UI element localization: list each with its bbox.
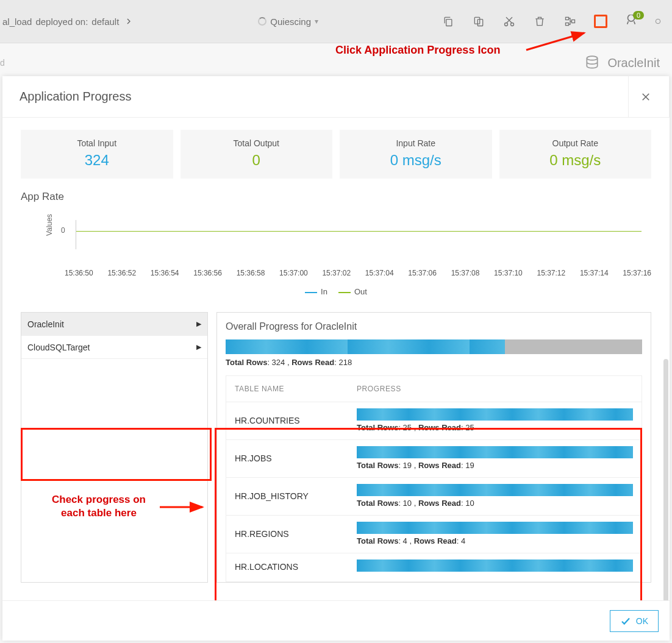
chart-x-tick: 15:37:06 bbox=[408, 269, 437, 277]
chart-x-tick: 15:37:16 bbox=[623, 269, 651, 277]
chart-x-tick: 15:36:56 bbox=[193, 269, 222, 277]
stat-label: Input Rate bbox=[346, 138, 486, 148]
legend-in: In bbox=[305, 287, 327, 296]
chart-x-tick: 15:37:12 bbox=[537, 269, 565, 277]
chart-x-tick: 15:37:02 bbox=[322, 269, 351, 277]
col-table-name: TABLE NAME bbox=[235, 385, 357, 393]
ok-button-label: OK bbox=[636, 616, 648, 626]
chart-y-axis-label: Values bbox=[45, 214, 54, 236]
chart-x-tick: 15:37:04 bbox=[365, 269, 394, 277]
app-rate-chart: Values 0 15:36:5015:36:5215:36:5415:36:5… bbox=[21, 211, 651, 306]
stat-value: 324 bbox=[27, 152, 167, 169]
chart-x-tick: 15:37:14 bbox=[580, 269, 609, 277]
application-progress-modal: Application Progress Total Input 324 Tot… bbox=[2, 76, 670, 641]
chart-legend: In Out bbox=[21, 287, 651, 296]
legend-out: Out bbox=[338, 287, 367, 296]
chart-x-tick: 15:36:58 bbox=[237, 269, 265, 277]
chart-x-tick: 15:36:52 bbox=[107, 269, 136, 277]
component-item-label: CloudSQLTarget bbox=[27, 343, 90, 352]
stat-value: 0 msg/s bbox=[346, 152, 486, 169]
stat-total-input: Total Input 324 bbox=[21, 130, 173, 179]
component-item-cloudsqltarget[interactable]: CloudSQLTarget ▶ bbox=[21, 336, 207, 359]
overall-progress-bar bbox=[226, 339, 642, 354]
chart-x-tick: 15:36:54 bbox=[151, 269, 179, 277]
annotation-arrow-left bbox=[159, 500, 207, 514]
chart-x-tick: 15:37:08 bbox=[451, 269, 480, 277]
close-icon[interactable] bbox=[640, 91, 652, 103]
overall-progress-fill bbox=[226, 339, 505, 354]
table-header: TABLE NAME PROGRESS bbox=[226, 376, 642, 402]
stat-label: Total Input bbox=[27, 138, 167, 148]
stat-output-rate: Output Rate 0 msg/s bbox=[499, 130, 652, 179]
progress-bar bbox=[357, 408, 633, 421]
caret-right-icon: ▶ bbox=[196, 343, 201, 351]
caret-right-icon: ▶ bbox=[196, 320, 201, 328]
stat-label: Total Output bbox=[187, 138, 327, 148]
stat-value: 0 bbox=[187, 152, 327, 169]
col-progress: PROGRESS bbox=[357, 385, 401, 393]
component-item-oracleinit[interactable]: OracleInit ▶ bbox=[21, 313, 207, 336]
overall-progress-text: Total Rows: 324 , Rows Read: 218 bbox=[226, 358, 642, 367]
scrollbar[interactable] bbox=[663, 359, 668, 600]
chart-title: App Rate bbox=[21, 191, 651, 203]
component-item-label: OracleInit bbox=[27, 319, 64, 329]
check-icon bbox=[620, 616, 631, 627]
chart-x-tick: 15:36:50 bbox=[65, 269, 93, 277]
chart-x-ticks: 15:36:5015:36:5215:36:5415:36:5615:36:58… bbox=[65, 269, 651, 277]
stat-total-output: Total Output 0 bbox=[181, 130, 333, 179]
table-name-cell: HR.COUNTRIES bbox=[235, 416, 357, 425]
chart-y-tick: 0 bbox=[61, 226, 65, 235]
stats-row: Total Input 324 Total Output 0 Input Rat… bbox=[21, 130, 651, 179]
annotation-box-right bbox=[215, 428, 642, 600]
chart-x-tick: 15:37:00 bbox=[279, 269, 308, 277]
chart-line bbox=[76, 231, 642, 232]
chart-plot-area bbox=[76, 220, 642, 249]
annotation-box-left bbox=[21, 428, 212, 481]
modal-header: Application Progress bbox=[2, 76, 670, 118]
ok-button[interactable]: OK bbox=[610, 610, 659, 632]
modal-body: Total Input 324 Total Output 0 Input Rat… bbox=[2, 118, 670, 600]
annotation-check-progress: Check progress on each table here bbox=[38, 493, 160, 520]
stat-label: Output Rate bbox=[506, 138, 646, 148]
stat-input-rate: Input Rate 0 msg/s bbox=[340, 130, 492, 179]
chart-x-tick: 15:37:10 bbox=[494, 269, 523, 277]
modal-footer: OK bbox=[2, 600, 670, 641]
divider bbox=[628, 76, 629, 117]
modal-title: Application Progress bbox=[20, 90, 131, 104]
progress-panel-title: Overall Progress for OracleInit bbox=[226, 321, 642, 332]
stat-value: 0 msg/s bbox=[506, 152, 646, 169]
